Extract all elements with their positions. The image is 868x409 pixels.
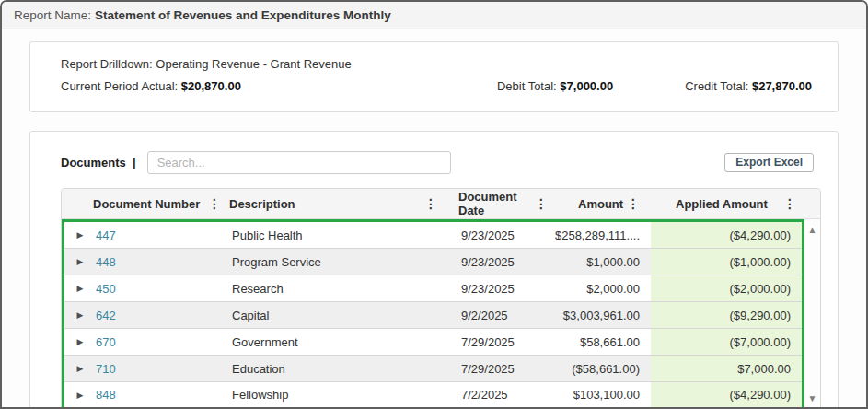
drilldown-title: Report Drilldown: Operating Revenue - Gr… xyxy=(61,57,813,71)
applied-amount-cell: ($7,000.00) xyxy=(651,329,802,355)
column-menu-icon[interactable]: ⋮ xyxy=(627,197,640,210)
document-number-link[interactable]: 642 xyxy=(96,309,116,322)
table-row[interactable]: ▶ 450 Research 9/23/2025 $2,000.00 ($2,0… xyxy=(64,275,802,302)
document-date-cell: 7/29/2025 xyxy=(448,329,559,355)
description-cell: Public Health xyxy=(232,222,448,248)
column-label: Document Date xyxy=(458,190,535,217)
column-menu-icon[interactable]: ⋮ xyxy=(535,197,548,210)
document-number-link[interactable]: 670 xyxy=(96,335,116,349)
credit-total-value: $27,870.00 xyxy=(752,79,812,93)
current-period-label: Current Period Actual: xyxy=(61,79,181,93)
document-number-link[interactable]: 450 xyxy=(96,282,116,296)
document-date-cell: 9/2/2025 xyxy=(448,302,559,328)
column-header-applied-amount[interactable]: Applied Amount ⋮ xyxy=(648,197,804,211)
row-expand-icon[interactable]: ▶ xyxy=(77,257,84,266)
column-menu-icon[interactable]: ⋮ xyxy=(424,197,437,210)
applied-amount-cell: ($4,290.00) xyxy=(651,382,802,407)
documents-card: Documents | Export Excel Document Number… xyxy=(29,131,839,409)
amount-cell: $3,003,961.00 xyxy=(559,302,651,328)
debit-total: Debit Total: $7,000.00 xyxy=(497,79,613,93)
scroll-down-icon[interactable]: ▼ xyxy=(808,394,817,403)
current-period-actual: Current Period Actual: $20,870.00 xyxy=(61,79,241,93)
amount-cell: ($58,661.00) xyxy=(559,356,651,381)
table-row[interactable]: ▶ 448 Program Service 9/23/2025 $1,000.0… xyxy=(64,249,802,275)
debit-total-label: Debit Total: xyxy=(497,79,560,93)
document-date-cell: 9/23/2025 xyxy=(448,249,559,275)
row-expand-icon[interactable]: ▶ xyxy=(77,391,84,400)
column-header-document-number[interactable]: Document Number ⋮ xyxy=(93,197,229,211)
drilldown-card: Report Drilldown: Operating Revenue - Gr… xyxy=(29,41,839,112)
current-period-value: $20,870.00 xyxy=(181,79,241,93)
search-input[interactable] xyxy=(147,151,451,174)
document-number-link[interactable]: 710 xyxy=(96,362,116,376)
row-expand-icon[interactable]: ▶ xyxy=(77,364,84,373)
amount-cell: $58,661.00 xyxy=(559,329,651,355)
applied-amount-cell: ($9,290.00) xyxy=(651,302,802,328)
applied-amount-cell: ($2,000.00) xyxy=(651,275,802,301)
applied-amount-cell: ($1,000.00) xyxy=(651,249,802,275)
app-window: Report Name: Statement of Revenues and E… xyxy=(0,0,868,409)
applied-amount-cell: ($4,290.00) xyxy=(651,222,802,248)
column-header-amount[interactable]: Amount ⋮ xyxy=(556,197,648,211)
column-header-description[interactable]: Description ⋮ xyxy=(229,197,446,211)
amount-cell: $1,000.00 xyxy=(559,249,651,275)
credit-total-label: Credit Total: xyxy=(685,79,752,93)
table-header-row: Document Number ⋮ Description ⋮ Document… xyxy=(62,189,820,219)
amount-cell: $103,100.00 xyxy=(559,382,651,407)
row-expand-icon[interactable]: ▶ xyxy=(77,337,84,346)
report-name-label: Report Name: xyxy=(14,8,91,22)
table-row[interactable]: ▶ 670 Government 7/29/2025 $58,661.00 ($… xyxy=(64,329,802,356)
column-menu-icon[interactable]: ⋮ xyxy=(783,197,796,210)
document-date-cell: 9/23/2025 xyxy=(448,275,559,301)
description-cell: Education xyxy=(232,356,448,381)
column-label: Description xyxy=(229,197,295,211)
document-date-cell: 7/29/2025 xyxy=(448,356,559,381)
document-date-cell: 7/2/2025 xyxy=(448,382,559,407)
description-cell: Capital xyxy=(232,302,448,328)
description-cell: Program Service xyxy=(232,249,448,275)
table-row[interactable]: ▶ 642 Capital 9/2/2025 $3,003,961.00 ($9… xyxy=(64,302,802,329)
scroll-up-icon[interactable]: ▲ xyxy=(808,226,817,235)
column-menu-icon[interactable]: ⋮ xyxy=(208,197,221,210)
column-label: Applied Amount xyxy=(676,197,768,211)
table-row[interactable]: ▶ 710 Education 7/29/2025 ($58,661.00) $… xyxy=(64,356,802,382)
applied-amount-cell: $7,000.00 xyxy=(651,356,802,381)
table-row[interactable]: ▶ 447 Public Health 9/23/2025 $258,289,1… xyxy=(64,222,802,249)
credit-total: Credit Total: $27,870.00 xyxy=(685,79,812,93)
report-name-title: Statement of Revenues and Expenditures M… xyxy=(95,8,391,22)
documents-toolbar: Documents | Export Excel xyxy=(61,150,819,174)
column-label: Amount xyxy=(578,197,623,211)
documents-table: Document Number ⋮ Description ⋮ Document… xyxy=(61,188,821,409)
table-scrollbar[interactable]: ▲ ▼ xyxy=(804,219,820,409)
table-row[interactable]: ▶ 848 Fellowship 7/2/2025 $103,100.00 ($… xyxy=(64,382,802,407)
document-number-link[interactable]: 448 xyxy=(96,255,116,269)
debit-total-value: $7,000.00 xyxy=(560,79,613,93)
column-header-document-date[interactable]: Document Date ⋮ xyxy=(446,190,556,217)
export-excel-button[interactable]: Export Excel xyxy=(724,153,814,172)
row-expand-icon[interactable]: ▶ xyxy=(77,230,84,240)
amount-cell: $2,000.00 xyxy=(559,275,651,301)
table-body: ▶ 447 Public Health 9/23/2025 $258,289,1… xyxy=(62,219,820,409)
report-name-bar: Report Name: Statement of Revenues and E… xyxy=(2,2,866,29)
row-expand-icon[interactable]: ▶ xyxy=(77,310,84,320)
description-cell: Research xyxy=(232,275,448,301)
highlighted-rows-region: ▶ 447 Public Health 9/23/2025 $258,289,1… xyxy=(62,219,804,409)
document-number-link[interactable]: 447 xyxy=(96,228,116,242)
document-number-link[interactable]: 848 xyxy=(96,388,116,402)
row-expand-icon[interactable]: ▶ xyxy=(77,284,84,293)
description-cell: Fellowship xyxy=(232,382,448,407)
documents-section-label: Documents | xyxy=(61,156,136,169)
column-label: Document Number xyxy=(93,197,200,211)
document-date-cell: 9/23/2025 xyxy=(448,222,559,248)
description-cell: Government xyxy=(232,329,448,355)
amount-cell: $258,289,111.... xyxy=(559,222,651,248)
